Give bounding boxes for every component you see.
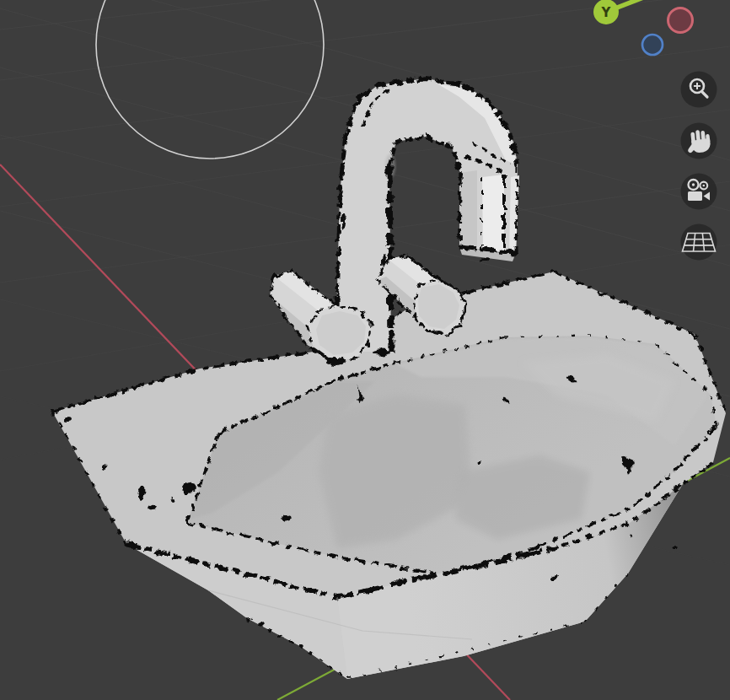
spout-left-shade <box>459 170 477 250</box>
projection-toggle-button[interactable] <box>681 224 717 261</box>
viewport-canvas: Y <box>0 0 730 700</box>
camera-view-button[interactable] <box>681 174 717 210</box>
spout-white-panel <box>482 175 504 253</box>
grunge-blob <box>171 498 175 501</box>
gizmo-y-positive-ball[interactable]: Y <box>593 0 619 24</box>
gizmo-x-negative-ball[interactable] <box>668 8 693 33</box>
zoom-button[interactable] <box>681 72 717 108</box>
grunge-blob <box>104 466 107 471</box>
grunge-blob <box>479 461 483 465</box>
pan-view-button[interactable] <box>681 123 717 159</box>
grunge-blob <box>64 417 71 422</box>
button-circle[interactable] <box>681 72 717 108</box>
gizmo-z-negative-ball[interactable] <box>642 35 663 55</box>
grunge-blob <box>672 546 678 549</box>
grunge-blob <box>342 213 346 229</box>
grunge-blob <box>480 258 489 261</box>
button-circle[interactable] <box>681 224 717 261</box>
3d-viewport[interactable]: Y <box>0 0 730 700</box>
gizmo-y-label: Y <box>601 5 612 20</box>
grunge-blob <box>372 350 390 356</box>
grunge-blob <box>432 330 445 335</box>
grunge-blob <box>631 536 634 538</box>
grunge-blob <box>338 290 341 300</box>
